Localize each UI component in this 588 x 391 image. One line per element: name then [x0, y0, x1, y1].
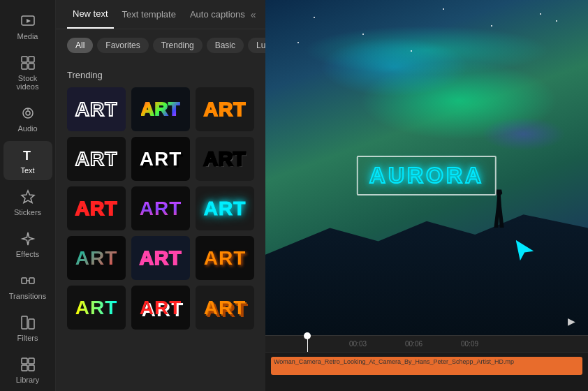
art-label-8: ART	[140, 198, 182, 220]
text-card-4[interactable]: ART	[67, 137, 126, 181]
star	[491, 25, 492, 27]
svg-point-7	[26, 111, 30, 115]
svg-rect-2	[22, 57, 27, 62]
text-card-12[interactable]: ART	[196, 236, 254, 280]
art-label-13: ART	[75, 297, 118, 319]
sidebar-item-label-stickers: Stickers	[14, 208, 41, 216]
text-card-6[interactable]: ART	[196, 137, 254, 181]
timeline-tracks: Woman_Camera_Retro_Looking_At_Camera_By_…	[265, 353, 588, 391]
sidebar-item-filters[interactable]: Filters	[3, 309, 52, 348]
filter-all[interactable]: All	[67, 38, 93, 53]
aurora-text-overlay[interactable]: AURORA	[357, 156, 497, 196]
time-label-3: 00:09	[461, 340, 478, 348]
svg-rect-18	[29, 358, 34, 364]
text-card-7[interactable]: ART	[67, 186, 126, 230]
time-label-2: 00:06	[405, 340, 422, 348]
svg-rect-16	[29, 319, 34, 329]
timeline: 00:03 00:06 00:09 Woman_Camera_Retro_Loo…	[265, 335, 588, 391]
sidebar-item-text[interactable]: T Text	[3, 141, 52, 180]
star	[443, 8, 444, 10]
tab-auto-captions[interactable]: Auto captions	[184, 1, 251, 28]
text-grid: ART ART ART ART ART ART ART AR	[67, 87, 254, 330]
sidebar-item-label-effects: Effects	[16, 250, 39, 258]
text-card-5[interactable]: ART	[131, 137, 190, 181]
transitions-icon	[20, 272, 36, 289]
art-label-3: ART	[204, 98, 247, 121]
svg-rect-5	[29, 64, 34, 69]
svg-text:T: T	[23, 149, 31, 163]
effects-icon	[20, 230, 36, 247]
sidebar-item-stock-videos[interactable]: Stock videos	[3, 49, 52, 96]
tab-new-text[interactable]: New text	[67, 0, 114, 29]
stock-videos-icon	[20, 54, 36, 71]
art-label-9: ART	[204, 198, 247, 220]
star	[297, 42, 299, 43]
star	[556, 20, 557, 22]
art-label-5: ART	[140, 148, 182, 170]
stickers-icon	[20, 189, 36, 205]
text-card-10[interactable]: ART	[67, 236, 126, 280]
main-area: AURORA ▶ 00:03 00:06 00:09 Woman_Camera_…	[265, 0, 588, 391]
section-title-trending: Trending	[67, 70, 254, 80]
collapse-button[interactable]: «	[251, 9, 256, 20]
timeline-track-video[interactable]: Woman_Camera_Retro_Looking_At_Camera_By_…	[271, 357, 582, 375]
sidebar-item-label-library: Library	[16, 376, 40, 384]
text-card-13[interactable]: ART	[67, 286, 126, 330]
filter-trending[interactable]: Trending	[153, 38, 203, 53]
stars-layer	[265, 0, 588, 168]
sidebar: Media Stock videos Audio T	[0, 0, 56, 391]
sidebar-item-label-transitions: Transitions	[9, 292, 46, 300]
art-label-14: ART	[140, 297, 182, 319]
art-label-10: ART	[75, 247, 118, 270]
art-label-12: ART	[204, 247, 247, 270]
play-button[interactable]: ▶	[563, 313, 580, 330]
text-card-15[interactable]: ART	[196, 286, 254, 330]
art-label-2: ART	[141, 98, 180, 120]
star	[362, 34, 364, 35]
art-label-11: ART	[140, 247, 182, 270]
svg-marker-1	[27, 19, 31, 23]
text-card-2[interactable]: ART	[131, 87, 190, 131]
art-label-4: ART	[75, 148, 118, 170]
star	[411, 50, 412, 52]
sidebar-item-library[interactable]: Library	[3, 351, 52, 390]
media-icon	[20, 13, 36, 29]
preview-area: AURORA ▶	[265, 0, 588, 335]
sidebar-item-label-stock: Stock videos	[6, 74, 50, 91]
svg-marker-10	[22, 191, 34, 203]
text-card-8[interactable]: ART	[131, 186, 190, 230]
filter-bar: All Favorites Trending Basic Lu ▾	[56, 29, 265, 61]
preview-background: AURORA ▶	[265, 0, 588, 335]
sidebar-item-transitions[interactable]: Transitions	[3, 267, 52, 306]
filters-icon	[20, 314, 36, 331]
svg-rect-4	[22, 64, 27, 69]
filter-lu[interactable]: Lu	[248, 38, 265, 53]
sidebar-item-label-text: Text	[20, 166, 34, 175]
sidebar-item-effects[interactable]: Effects	[3, 225, 52, 264]
art-label-6: ART	[204, 148, 247, 170]
panel-tabs: New text Text template Auto captions «	[56, 0, 265, 29]
star	[540, 13, 541, 15]
sidebar-item-label-filters: Filters	[17, 334, 38, 342]
sidebar-item-media[interactable]: Media	[3, 7, 52, 46]
sidebar-item-label-media: Media	[17, 32, 38, 40]
art-label-15: ART	[204, 297, 247, 319]
sidebar-item-audio[interactable]: Audio	[3, 99, 52, 138]
sidebar-item-label-audio: Audio	[17, 124, 37, 133]
filter-basic[interactable]: Basic	[207, 38, 244, 53]
svg-rect-19	[22, 365, 27, 371]
svg-rect-15	[22, 316, 27, 329]
text-card-14[interactable]: ART	[131, 286, 190, 330]
filter-favorites[interactable]: Favorites	[97, 38, 148, 53]
star	[314, 17, 315, 18]
svg-rect-13	[29, 278, 34, 283]
tab-text-template[interactable]: Text template	[117, 1, 182, 28]
text-card-1[interactable]: ART	[67, 87, 126, 131]
text-card-3[interactable]: ART	[196, 87, 254, 131]
text-card-9[interactable]: ART	[196, 186, 254, 230]
sidebar-item-stickers[interactable]: Stickers	[3, 183, 52, 222]
playhead[interactable]	[307, 336, 308, 352]
aurora-text: AURORA	[369, 163, 484, 188]
panel-content: Trending ART ART ART ART ART ART	[56, 61, 265, 391]
text-card-11[interactable]: ART	[131, 236, 190, 280]
